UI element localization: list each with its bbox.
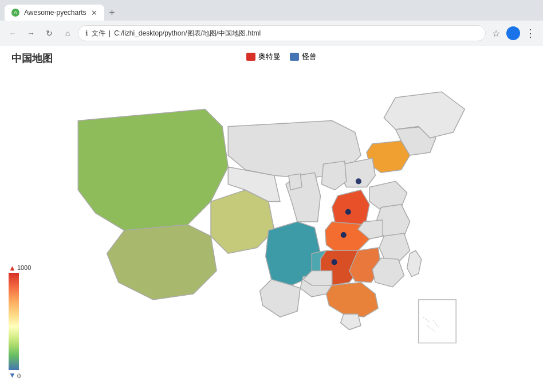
marker-beijing [356, 178, 361, 184]
legend-color-0 [246, 53, 255, 61]
info-icon: ℹ [85, 29, 88, 37]
legend-item-0: 奥特曼 [246, 52, 281, 62]
tab-bar: A Awesome-pyecharts ✕ + [0, 0, 543, 21]
scale-triangle-bottom-icon: ▼ [9, 371, 16, 379]
yunnan-province [260, 280, 301, 317]
map-area [34, 75, 537, 386]
south-sea-box [419, 300, 456, 343]
profile-button[interactable] [506, 26, 520, 40]
page-content: 中国地图 奥特曼 怪兽 ▲ 1000 ▼ 0 [0, 46, 543, 392]
xinjiang-province [78, 109, 228, 236]
address-prefix: 文件 [92, 29, 105, 38]
china-map-svg [34, 75, 537, 386]
scale-min-label: 0 [17, 373, 21, 379]
tibet-province [107, 225, 217, 300]
map-legend: 奥特曼 怪兽 [246, 52, 317, 62]
new-tab-button[interactable]: + [104, 5, 120, 21]
marker-henan [345, 209, 351, 215]
tab-favicon: A [11, 9, 19, 17]
back-button[interactable]: ← [5, 25, 21, 41]
address-bar[interactable]: ℹ 文件 | C:/lizhi_desktop/python/图表/地图/中国地… [78, 25, 486, 41]
color-scale: ▲ 1000 ▼ 0 [9, 264, 31, 379]
hainan-province [341, 314, 361, 330]
browser-chrome: A Awesome-pyecharts ✕ + ← → ↻ ⌂ ℹ 文件 | C… [0, 0, 543, 46]
tab-close-button[interactable]: ✕ [91, 9, 97, 17]
nav-controls: ← → ↻ ⌂ ℹ 文件 | C:/lizhi_desktop/python/图… [0, 21, 543, 46]
zhejiang-province [379, 233, 410, 262]
tab-title: Awesome-pyecharts [24, 9, 86, 17]
scale-bar [9, 273, 19, 370]
legend-label-0: 奥特曼 [258, 52, 281, 62]
legend-item-1: 怪兽 [290, 52, 317, 62]
refresh-button[interactable]: ↻ [41, 25, 57, 41]
home-button[interactable]: ⌂ [60, 25, 76, 41]
scale-max-label: 1000 [17, 264, 31, 271]
address-url: C:/lizhi_desktop/python/图表/地图/中国地图.html [114, 29, 261, 38]
bookmark-button[interactable]: ☆ [488, 25, 504, 41]
guangdong-province [326, 283, 379, 317]
taiwan-province [407, 250, 422, 276]
marker-hunan [332, 259, 337, 265]
browser-tab[interactable]: A Awesome-pyecharts ✕ [5, 5, 104, 21]
marker-hubei [341, 232, 347, 238]
scale-triangle-icon: ▲ [9, 264, 16, 272]
legend-label-1: 怪兽 [302, 52, 317, 62]
ningxia-province [289, 174, 302, 190]
address-sep: | [109, 29, 111, 37]
shanxi-province [321, 161, 346, 190]
legend-color-1 [290, 53, 299, 61]
forward-button[interactable]: → [23, 25, 39, 41]
more-options-button[interactable]: ⋮ [522, 25, 538, 41]
